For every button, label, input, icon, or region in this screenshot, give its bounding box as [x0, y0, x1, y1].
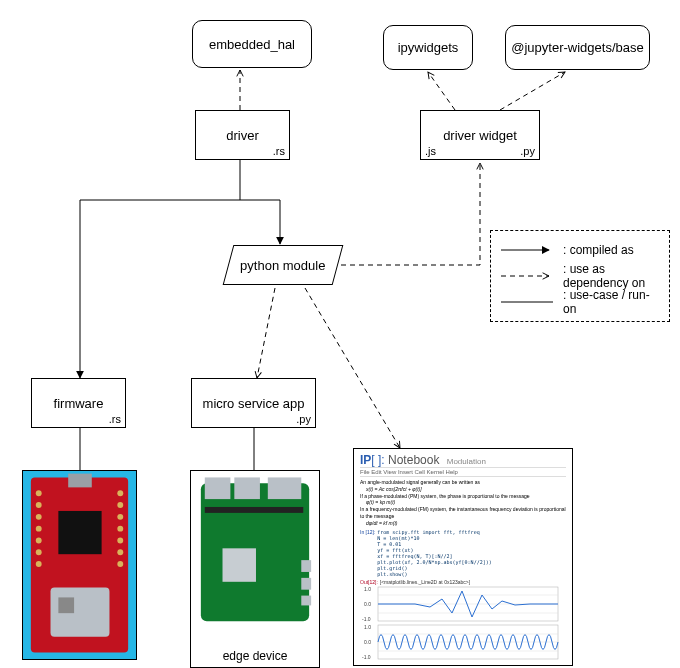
svg-rect-38 — [223, 548, 256, 581]
node-firmware: firmware .rs — [31, 378, 126, 428]
svg-line-8 — [305, 288, 400, 448]
nb-subtitle: Modulation — [447, 457, 486, 466]
svg-point-28 — [117, 549, 123, 555]
node-driver-widget: driver widget .js .py — [420, 110, 540, 160]
nb-eq: dφ/dt = kf m(t) — [360, 520, 566, 527]
nb-text: If a phase-modulated (PM) system, the ph… — [360, 493, 566, 500]
label: python module — [229, 246, 337, 286]
svg-point-21 — [36, 549, 42, 555]
label: ipywidgets — [398, 40, 459, 55]
svg-text:0.0: 0.0 — [364, 639, 371, 645]
image-notebook: IP[ ]: Notebook Modulation File Edit Vie… — [353, 448, 573, 666]
svg-text:0.0: 0.0 — [364, 601, 371, 607]
svg-point-22 — [36, 561, 42, 567]
svg-point-24 — [117, 502, 123, 508]
svg-point-29 — [117, 561, 123, 567]
legend: : compiled as : use as dependency on : u… — [490, 230, 670, 322]
svg-point-16 — [36, 490, 42, 496]
svg-point-25 — [117, 514, 123, 520]
label: embedded_hal — [209, 37, 295, 52]
svg-rect-35 — [234, 477, 260, 499]
legend-text: : use as dependency on — [563, 262, 661, 290]
svg-rect-41 — [301, 596, 311, 606]
svg-text:-1.0: -1.0 — [362, 654, 371, 660]
label: firmware — [54, 396, 104, 411]
svg-rect-15 — [68, 474, 92, 488]
svg-line-7 — [257, 288, 275, 378]
nb-code: from scipy.fft import fft, fftfreqN = le… — [377, 529, 491, 577]
legend-row-dependency: : use as dependency on — [499, 263, 661, 289]
ext-label-py: .py — [520, 145, 535, 157]
svg-line-1 — [428, 72, 455, 110]
svg-point-19 — [36, 526, 42, 532]
legend-text: : compiled as — [563, 243, 634, 257]
ext-label-js: .js — [425, 145, 436, 157]
label-edge-device: edge device — [191, 649, 319, 663]
legend-text: : use-case / run-on — [563, 288, 661, 316]
svg-text:1.0: 1.0 — [364, 586, 371, 592]
node-driver: driver .rs — [195, 110, 290, 160]
svg-point-20 — [36, 537, 42, 543]
nb-title-bracket: [ ]: — [371, 453, 384, 467]
nb-plot: 1.00.0-1.0 1.00.0-1.0 — [360, 585, 565, 663]
ext-label: .rs — [273, 145, 285, 157]
svg-rect-36 — [268, 477, 301, 499]
svg-point-26 — [117, 526, 123, 532]
label: @jupyter-widgets/base — [511, 40, 643, 55]
label: driver — [226, 128, 259, 143]
svg-rect-30 — [58, 511, 101, 554]
svg-line-2 — [500, 72, 565, 110]
svg-point-27 — [117, 537, 123, 543]
svg-rect-39 — [301, 560, 311, 572]
nb-eq: x(t) = Ac cos[2πfct + φ(t)] — [360, 486, 566, 493]
nb-cell-label: In [12]: — [360, 529, 375, 577]
svg-rect-40 — [301, 578, 311, 590]
svg-text:1.0: 1.0 — [364, 624, 371, 630]
nb-title-notebook: Notebook — [388, 453, 439, 467]
label: driver widget — [443, 128, 517, 143]
nb-eq: φ(t) = kp m(t) — [360, 499, 566, 506]
ext-label: .rs — [109, 413, 121, 425]
svg-rect-37 — [205, 507, 303, 513]
nb-title-ip: IP — [360, 453, 371, 467]
node-ipywidgets: ipywidgets — [383, 25, 473, 70]
image-mcu-board — [22, 470, 137, 660]
node-python-module: python module — [223, 245, 344, 285]
node-microservice: micro service app .py — [191, 378, 316, 428]
svg-rect-34 — [205, 477, 231, 499]
svg-text:-1.0: -1.0 — [362, 616, 371, 622]
legend-row-usecase: : use-case / run-on — [499, 289, 661, 315]
svg-point-17 — [36, 502, 42, 508]
svg-point-23 — [117, 490, 123, 496]
nb-text: An angle-modulated signal generally can … — [360, 479, 566, 486]
nb-text: In a frequency-modulated (FM) system, th… — [360, 506, 566, 520]
ext-label: .py — [296, 413, 311, 425]
node-embedded-hal: embedded_hal — [192, 20, 312, 68]
legend-row-compiled: : compiled as — [499, 237, 661, 263]
svg-rect-32 — [58, 597, 74, 613]
svg-point-18 — [36, 514, 42, 520]
container-edge-device: edge device — [190, 470, 320, 668]
label: micro service app — [203, 396, 305, 411]
node-jupyter-widgets-base: @jupyter-widgets/base — [505, 25, 650, 70]
